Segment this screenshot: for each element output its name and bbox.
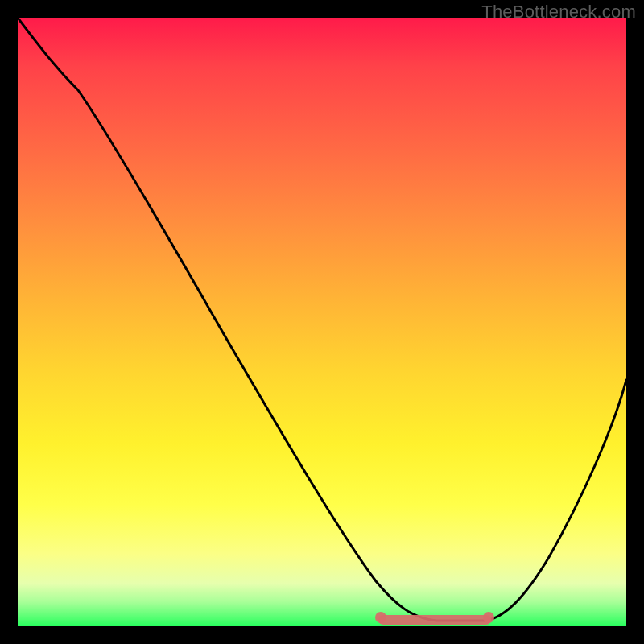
optimal-range-highlight xyxy=(378,615,491,625)
optimal-range-highlight-right-cap xyxy=(483,612,494,623)
chart-plot-area xyxy=(18,18,626,626)
watermark-text: TheBottleneck.com xyxy=(481,2,636,23)
bottleneck-curve-path xyxy=(18,18,626,621)
bottleneck-curve-svg xyxy=(18,18,626,626)
optimal-range-highlight-left-cap xyxy=(375,612,386,623)
